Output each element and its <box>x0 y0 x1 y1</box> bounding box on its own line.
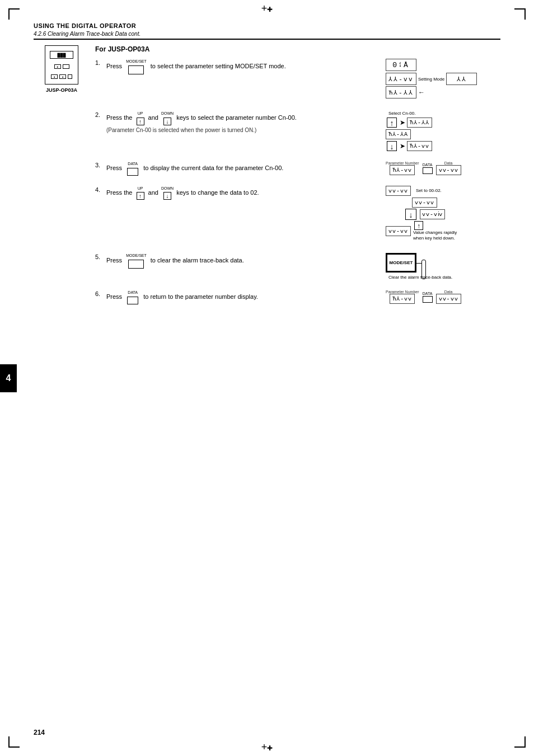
step5-mode-set-graphic: MODE/SET <box>386 253 416 273</box>
step1-arrow-right: ← <box>418 88 425 96</box>
step3-data-label: Data <box>444 161 453 165</box>
btn-row-2: ● ● <box>51 74 72 79</box>
step-3-num: 3. <box>95 161 106 168</box>
step-5-text-row: Press MODE/SET to clear the alarm trace-… <box>106 253 500 280</box>
step-5-diagram: MODE/SET Clear the alarm trace-back data… <box>383 253 500 280</box>
data-key-s3 <box>127 168 138 176</box>
step-2-caption: Select Cn-00. <box>388 111 415 116</box>
step4-seg-3: ⅴⅴ-ⅴⅴ <box>386 226 411 236</box>
down-label-s2: DOWN <box>161 111 174 117</box>
step5-side-part <box>421 260 426 279</box>
step3-seg-data: ⅴⅴ-ⅴⅴ <box>436 165 461 175</box>
step-6: 6. Press DATA to return to th <box>95 290 500 304</box>
step-1: 1. Press MODE/SET to select t <box>95 59 500 101</box>
step-2: 2. Press the UP ↑ and <box>95 111 500 151</box>
step-6-content: Press DATA to return to the parameter nu… <box>106 290 500 304</box>
step4-caption: Set to 00-02. <box>416 188 442 193</box>
step2-seg-1: Ћ⅄-⅄⅄ <box>407 118 432 128</box>
step4-note: Value changes rapidly when key held down… <box>413 230 463 242</box>
step2-up-arrow: ↑ <box>387 118 397 128</box>
step-2-text-row: Press the UP ↑ and DOWN <box>106 111 500 151</box>
chapter-tab: 4 <box>0 364 17 392</box>
small-btn-5 <box>68 74 72 79</box>
step-4-diagram: ⅴⅴ-ⅴⅴ Set to 00-02. ⅴⅴ-ⅴⅴ ↓ <box>383 186 500 243</box>
mode-set-label-s5: MODE/SET <box>126 253 147 259</box>
step-2-diagram: Select Cn-00. ↑ ➤ Ћ⅄-⅄⅄ Ћ⅄-⅄А <box>383 111 500 151</box>
step-6-text-row: Press DATA to return to the parameter nu… <box>106 290 500 304</box>
step2-seg-2: Ћ⅄-⅄А <box>386 129 411 139</box>
down-arrow-s2: ↓ <box>163 118 171 125</box>
up-arrow-s4: ↑ <box>137 192 144 200</box>
step4-seg-1: ⅴⅴ-ⅴⅴ <box>412 198 437 208</box>
crosshair-bottom: ✚ <box>261 741 273 753</box>
step2-arrow-right: ➤ <box>400 119 405 126</box>
step-2-paren-note: (Parameter Cn-00 is selected when the po… <box>106 126 377 134</box>
corner-mark-br <box>514 736 526 748</box>
data-label-s6-right: DATA <box>423 292 433 295</box>
step-1-desc: Press MODE/SET to select the parameter s… <box>106 59 383 74</box>
step1-seg-display-4: Ћ⅄-⅄⅄ <box>386 86 416 98</box>
step-4-content: Press the UP ↑ and DOWN <box>106 186 500 243</box>
step6-seg-data: ⅴⅴ-ⅴⅴ <box>436 294 461 304</box>
btn-row-1: ● <box>54 64 69 69</box>
step-1-diagram: 0⸵Å ⅄⅄-ⅴⅴ Setting Mode ⅄⅄ Ћ⅄-⅄⅄ <box>383 59 500 101</box>
small-btn-4: ● <box>59 74 66 79</box>
step6-seg-param: Ћ⅄-ⅴⅴ <box>390 294 415 304</box>
step-6-desc: Press DATA to return to the parameter nu… <box>106 290 383 304</box>
step6-data-label: Data <box>444 290 453 294</box>
up-label-s2: UP <box>138 111 143 117</box>
data-label-s3: DATA <box>128 161 138 167</box>
page-number: 214 <box>34 729 45 736</box>
small-btn-1: ● <box>54 64 61 69</box>
device-diagram-left: ███ ● ● ● JUSP-OP03A <box>34 45 90 314</box>
step5-caption: Clear the alarm trace-back data. <box>388 275 452 280</box>
step-3-text-row: Press DATA to display the current data f… <box>106 161 500 176</box>
small-btn-3: ● <box>51 74 58 79</box>
step-3: 3. Press DATA to display the <box>95 161 500 176</box>
down-arrow-s4: ↓ <box>163 192 171 200</box>
step4-down-arrow: ↓ <box>405 209 416 220</box>
corner-mark-tr <box>514 8 526 20</box>
down-label-s4: DOWN <box>161 186 174 192</box>
step-4-text-row: Press the UP ↑ and DOWN <box>106 186 500 243</box>
step-5-num: 5. <box>95 253 106 260</box>
for-title: For JUSP-OP03A <box>95 45 500 53</box>
step-1-text-row: Press MODE/SET to select the parameter s… <box>106 59 500 101</box>
step-4-num: 4. <box>95 186 106 193</box>
crosshair-top: ✚ <box>261 3 273 15</box>
corner-mark-bl <box>8 736 20 748</box>
step-1-content: Press MODE/SET to select the parameter s… <box>106 59 500 101</box>
data-key-s6 <box>127 297 138 304</box>
step3-seg-param: Ћ⅄-ⅴⅴ <box>390 165 415 175</box>
step-3-desc: Press DATA to display the current data f… <box>106 161 383 176</box>
step4-up-arrow: ↑ <box>414 221 423 230</box>
step-6-num: 6. <box>95 290 106 297</box>
step1-setting-mode-label: Setting Mode <box>418 77 444 82</box>
data-label-s6: DATA <box>128 290 138 296</box>
step2-seg-3: Ћ⅄-ⅴⅴ <box>407 141 432 151</box>
step-6-diagram: Parameter Number Ћ⅄-ⅴⅴ DATA Data ⅴⅴ-ⅴⅴ <box>383 290 500 304</box>
mode-set-key-s1 <box>128 65 144 74</box>
small-btn-2 <box>63 64 69 69</box>
mode-set-key-s5 <box>128 260 144 269</box>
step1-seg-display-2: ⅄⅄-ⅴⅴ <box>386 73 416 85</box>
step5-connector <box>415 263 421 264</box>
step-2-desc: Press the UP ↑ and DOWN <box>106 111 383 134</box>
content-area: ███ ● ● ● JUSP-OP03A For JUSP-OP03A <box>34 45 500 314</box>
step-3-diagram: Parameter Number Ћ⅄-ⅴⅴ DATA <box>383 161 500 175</box>
step6-param-label: Parameter Number <box>386 290 419 294</box>
step4-seg-2: ⅴⅴ-ⅴⅳ <box>420 209 445 219</box>
step2-down-arrow: ↓ <box>387 141 397 151</box>
step-5-desc: Press MODE/SET to clear the alarm trace-… <box>106 253 383 269</box>
data-label-s3-right: DATA <box>423 163 433 167</box>
device-box: ███ ● ● ● <box>45 45 78 84</box>
step-1-num: 1. <box>95 59 106 66</box>
data-key-s3-right <box>423 167 433 174</box>
device-label: JUSP-OP03A <box>46 87 77 93</box>
step4-seg-0002: ⅴⅴ-ⅴⅴ <box>386 186 411 196</box>
header-title: USING THE DIGITAL OPERATOR <box>34 22 500 29</box>
step3-param-label: Parameter Number <box>386 161 419 165</box>
data-key-s6-right <box>423 296 433 303</box>
page: ✚ ✚ 4 214 USING THE DIGITAL OPERATOR 4.2… <box>0 0 534 756</box>
step-4-desc: Press the UP ↑ and DOWN <box>106 186 383 200</box>
